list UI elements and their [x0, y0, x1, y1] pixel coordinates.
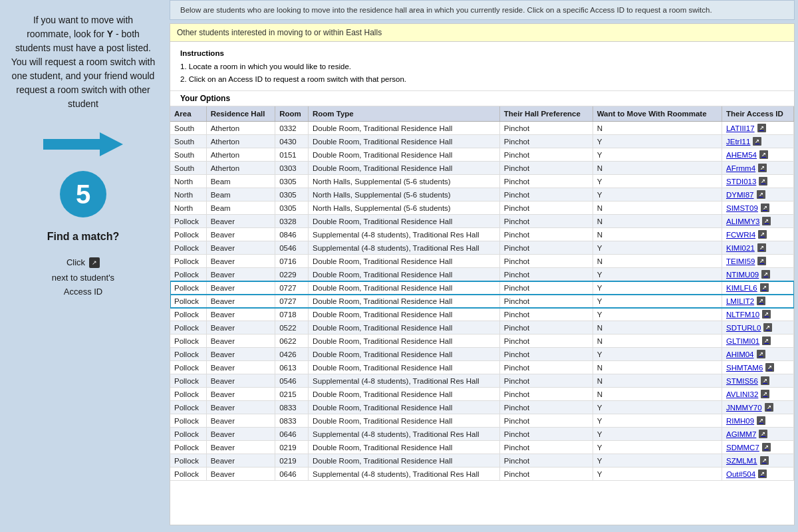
access-id-link[interactable]: GLTIMI01↗ — [726, 336, 771, 345]
access-id-link[interactable]: SZMLM1↗ — [726, 456, 769, 465]
access-id-link[interactable]: KIMI021↗ — [726, 243, 766, 252]
access-id-link[interactable]: JEtrI11↗ — [726, 137, 761, 146]
residence-hall: Beaver — [206, 428, 275, 441]
access-id-link[interactable]: AGIMM7↗ — [726, 430, 767, 438]
col-move-with-roommate: Want to Move With Roommate — [593, 106, 722, 122]
room-type: Double Room, Traditional Residence Hall — [308, 361, 499, 374]
room: 0833 — [275, 414, 309, 428]
table-row: PollockBeaver0546Supplemental (4-8 stude… — [170, 241, 794, 255]
access-id-link[interactable]: DYMI87↗ — [726, 190, 765, 199]
room-type: North Halls, Supplemental (5-6 students) — [308, 188, 499, 201]
external-link-icon: ↗ — [758, 164, 767, 172]
access-id-link[interactable]: RIMH09↗ — [726, 416, 765, 425]
hall-pref: Pinchot — [499, 388, 593, 401]
residence-hall: Beam — [206, 188, 275, 201]
hall-pref: Pinchot — [499, 374, 593, 388]
residence-hall: Beaver — [206, 401, 275, 414]
room-type: Double Room, Traditional Residence Hall — [308, 281, 499, 295]
table-row: NorthBeam0305North Halls, Supplemental (… — [170, 175, 794, 188]
access-id-link[interactable]: STMIS56↗ — [726, 376, 769, 385]
hall-pref: Pinchot — [499, 281, 593, 295]
roommate-flag: N — [593, 374, 722, 388]
access-id-link[interactable]: SDMMC7↗ — [726, 443, 771, 452]
access-id-link[interactable]: AHEM54↗ — [726, 150, 768, 159]
room: 0303 — [275, 162, 309, 175]
external-link-icon: ↗ — [761, 203, 769, 212]
hall-pref: Pinchot — [499, 428, 593, 441]
table-row: PollockBeaver0328Double Room, Traditiona… — [170, 215, 794, 228]
external-link-icon: ↗ — [762, 443, 771, 452]
hall-pref: Pinchot — [499, 215, 593, 228]
access-id-link[interactable]: LATIII17↗ — [726, 124, 766, 132]
panel-header: Other students interested in moving to o… — [170, 24, 794, 42]
table-row: PollockBeaver0622Double Room, Traditiona… — [170, 334, 794, 348]
access-id-link[interactable]: LMILIT2↗ — [726, 297, 765, 305]
table-container[interactable]: Area Residence Hall Room Room Type Their… — [170, 106, 794, 525]
access-id-link[interactable]: TEIMI59↗ — [726, 257, 766, 265]
external-link-icon: ↗ — [758, 469, 767, 478]
table-row: PollockBeaver0646Supplemental (4-8 stude… — [170, 467, 794, 481]
residence-hall: Beaver — [206, 228, 275, 241]
access-id-link[interactable]: NLTFM10↗ — [726, 310, 771, 319]
access-id-link[interactable]: AVLINI32↗ — [726, 390, 769, 398]
table-row: NorthBeam0305North Halls, Supplemental (… — [170, 188, 794, 201]
info-bar: Below are students who are looking to mo… — [170, 0, 795, 20]
access-id-link[interactable]: AFrmm4↗ — [726, 164, 767, 172]
room-type: Double Room, Traditional Residence Hall — [308, 122, 499, 135]
residence-hall: Beaver — [206, 334, 275, 348]
room-type: Double Room, Traditional Residence Hall — [308, 414, 499, 428]
external-link-icon: ↗ — [757, 190, 765, 199]
room-type: North Halls, Supplemental (5-6 students) — [308, 201, 499, 215]
col-room-type: Room Type — [308, 106, 499, 122]
room: 0305 — [275, 201, 309, 215]
access-id-link[interactable]: STDI013↗ — [726, 177, 767, 186]
find-match-title: Find a match? — [10, 231, 156, 243]
main-content: Below are students who are looking to mo… — [166, 0, 798, 532]
table-row: PollockBeaver0426Double Room, Traditiona… — [170, 348, 794, 361]
external-link-icon: ↗ — [761, 390, 769, 398]
table-row: SouthAtherton0151Double Room, Traditiona… — [170, 148, 794, 162]
external-link-icon: ↗ — [761, 376, 769, 385]
access-id-link[interactable]: JNMMY70↗ — [726, 403, 773, 412]
access-id-link[interactable]: SHMTAM6↗ — [726, 363, 774, 372]
access-id-link[interactable]: ALIMMY3↗ — [726, 217, 771, 225]
room-type: Double Room, Traditional Residence Hall — [308, 334, 499, 348]
external-link-icon: ↗ — [757, 297, 765, 305]
access-id-link[interactable]: FCWRI4↗ — [726, 230, 767, 239]
room: 0219 — [275, 441, 309, 454]
table-row: SouthAtherton0332Double Room, Traditiona… — [170, 122, 794, 135]
area: Pollock — [170, 255, 206, 268]
external-link-icon: ↗ — [758, 230, 767, 239]
step-number-badge: 5 — [60, 171, 106, 217]
access-id-link[interactable]: KIMLFL6↗ — [726, 283, 769, 292]
access-id-link[interactable]: Out#504↗ — [726, 469, 767, 478]
roommate-flag: Y — [593, 348, 722, 361]
area: Pollock — [170, 374, 206, 388]
room: 0305 — [275, 188, 309, 201]
residence-hall: Beaver — [206, 308, 275, 321]
table-row: PollockBeaver0727Double Room, Traditiona… — [170, 281, 794, 295]
access-id-link[interactable]: NTIMU09↗ — [726, 270, 770, 279]
your-options-label: Your Options — [170, 91, 794, 106]
area: Pollock — [170, 268, 206, 281]
residence-hall: Atherton — [206, 135, 275, 148]
room: 0546 — [275, 241, 309, 255]
hall-pref: Pinchot — [499, 188, 593, 201]
sidebar: If you want to move with roommate, look … — [0, 0, 166, 532]
room-type: Supplemental (4-8 students), Traditional… — [308, 467, 499, 481]
access-id-link[interactable]: SIMST09↗ — [726, 203, 769, 212]
residence-hall: Beaver — [206, 295, 275, 308]
area: Pollock — [170, 334, 206, 348]
access-id-link[interactable]: AHIM04↗ — [726, 350, 765, 358]
roommate-flag: Y — [593, 175, 722, 188]
roommate-flag: N — [593, 255, 722, 268]
roommate-flag: N — [593, 321, 722, 334]
residence-hall: Beaver — [206, 441, 275, 454]
roommate-flag: N — [593, 228, 722, 241]
access-id-link[interactable]: SDTURL0↗ — [726, 323, 772, 332]
table-row: PollockBeaver0219Double Room, Traditiona… — [170, 441, 794, 454]
room: 0426 — [275, 348, 309, 361]
room: 0215 — [275, 388, 309, 401]
roommate-flag: Y — [593, 308, 722, 321]
table-row: PollockBeaver0727Double Room, Traditiona… — [170, 295, 794, 308]
